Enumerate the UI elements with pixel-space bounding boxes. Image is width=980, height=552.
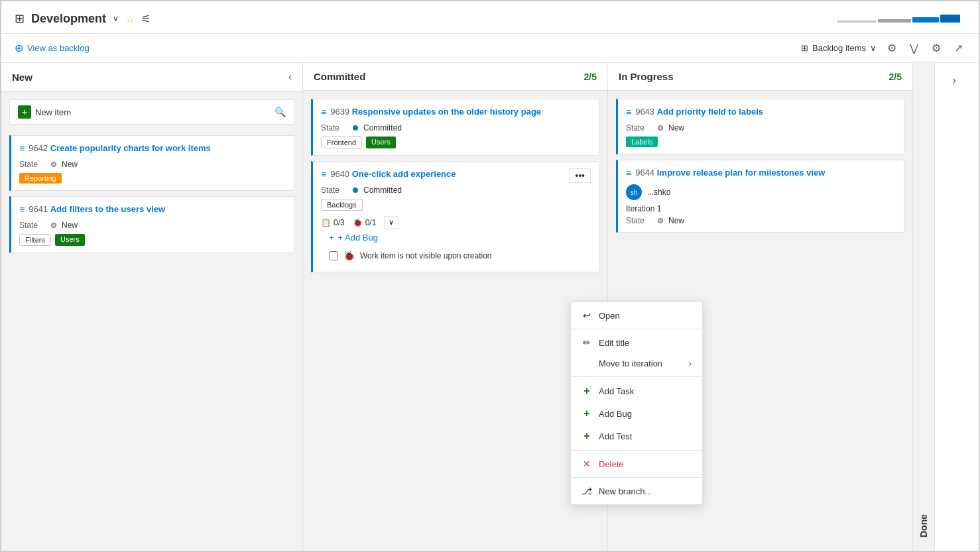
column-inprogress-count: 2/5: [889, 72, 902, 82]
card-9643-state: State New: [626, 123, 896, 133]
menu-divider-4: [571, 477, 702, 478]
subtask-label: Work item is not visible upon creation: [360, 251, 492, 260]
expand-right-button[interactable]: ›: [949, 71, 959, 90]
new-item-row: + New item 🔍: [9, 99, 294, 125]
state-dot-new-3: [658, 125, 663, 131]
card-9639-fields: State Committed: [321, 123, 591, 133]
filter-funnel-icon[interactable]: ⋁: [907, 39, 921, 57]
card-9641-title: 9641 Add filters to the users view: [29, 203, 165, 215]
title-chevron[interactable]: ∨: [113, 14, 119, 23]
card-9639-state: State Committed: [321, 123, 591, 133]
column-committed-count: 2/5: [584, 72, 597, 82]
menu-edit-title[interactable]: ✏ Edit title: [571, 332, 702, 353]
card-9643[interactable]: ≡ 9643 Add priority field to labels Stat…: [616, 99, 904, 154]
tasks-count: 📋 0/3: [321, 218, 345, 227]
menu-delete[interactable]: ✕ Delete: [571, 453, 702, 474]
search-icon[interactable]: 🔍: [275, 107, 286, 117]
work-item-icon: ≡: [19, 143, 25, 154]
card-9640[interactable]: ≡ 9640 One-click add experience ••• Stat…: [311, 161, 599, 272]
card-9643-title: 9643 Add priority field to labels: [635, 106, 763, 118]
add-bug-icon: +: [582, 408, 592, 419]
column-committed-body: ≡ 9639 Responsive updates on the older h…: [303, 91, 607, 551]
view-backlog-button[interactable]: ⊕ View as backlog: [15, 42, 90, 54]
expand-subtasks-button[interactable]: ∨: [384, 216, 398, 229]
card-9642[interactable]: ≡ 9642 Create popularity charts for work…: [9, 135, 294, 191]
backlog-items-button[interactable]: ⊞ Backlog items ∨: [801, 43, 877, 53]
bugs-count: 🐞 0/1: [353, 218, 377, 227]
card-9642-header: ≡ 9642 Create popularity charts for work…: [19, 142, 286, 154]
state-dot-committed-2: [353, 188, 358, 193]
backlog-chevron-icon: ∨: [870, 43, 877, 53]
card-9643-fields: State New: [626, 123, 896, 133]
filter-settings-icon[interactable]: ⚙: [885, 39, 899, 57]
card-9644-header: ≡ 9644 Improve release plan for mileston…: [626, 167, 896, 179]
card-9644-iteration: Iteration 1: [626, 204, 896, 213]
menu-add-test[interactable]: + Add Test: [571, 425, 702, 447]
page-title: Development: [31, 12, 106, 26]
card-9643-header: ≡ 9643 Add priority field to labels: [626, 106, 896, 118]
column-inprogress-title: In Progress: [619, 71, 674, 82]
column-new-collapse[interactable]: ‹: [288, 71, 292, 83]
open-icon: ↩: [582, 310, 592, 321]
column-committed-header: Committed 2/5: [303, 63, 607, 91]
bug-icon: 🐞: [343, 250, 355, 261]
add-bug-button[interactable]: + + Add Bug: [321, 229, 591, 247]
edit-icon: ✏: [582, 337, 592, 348]
context-menu: ↩ Open ✏ Edit title Move to iteration › …: [570, 302, 703, 505]
card-9642-title: 9642 Create popularity charts for work i…: [29, 142, 211, 154]
labels-tag: Labels: [626, 137, 658, 147]
submenu-arrow: ›: [689, 359, 692, 368]
header-logo: [831, 9, 965, 28]
toolbar: ⊕ View as backlog ⊞ Backlog items ∨ ⚙ ⋁ …: [1, 34, 979, 63]
card-9642-fields: State New: [19, 160, 286, 169]
card-9640-state: State Committed: [321, 186, 591, 195]
backlog-arrow-icon: ⊕: [15, 42, 23, 54]
column-new-header: New ‹: [1, 63, 302, 91]
state-dot-new-4: [658, 218, 663, 223]
users-tag: Users: [55, 234, 85, 246]
favorite-icon[interactable]: ☆: [125, 13, 135, 25]
card-9640-fields: State Committed: [321, 186, 591, 195]
expand-icon[interactable]: ↗: [951, 39, 965, 57]
card-9641-tags: Filters Users: [19, 234, 286, 246]
card-9644[interactable]: ≡ 9644 Improve release plan for mileston…: [616, 160, 904, 233]
done-column[interactable]: Done: [913, 63, 935, 551]
menu-open[interactable]: ↩ Open: [571, 305, 702, 326]
card-9639-tags: Frontend Users: [321, 137, 591, 148]
subtask-item: 🐞 Work item is not visible upon creation: [321, 247, 591, 265]
settings-icon[interactable]: ⚙: [929, 39, 944, 57]
card-9640-header: ≡ 9640 One-click add experience: [321, 168, 569, 180]
work-item-icon-2: ≡: [19, 204, 25, 215]
card-context-menu-button[interactable]: •••: [569, 168, 591, 183]
column-new-body: + New item 🔍 ≡ 9642 Create popularity ch…: [1, 91, 302, 551]
menu-move-iteration[interactable]: Move to iteration ›: [571, 353, 702, 374]
card-9642-tags: Reporting: [19, 173, 286, 184]
column-new-title: New: [12, 72, 32, 83]
card-9639[interactable]: ≡ 9639 Responsive updates on the older h…: [311, 99, 599, 156]
new-item-button[interactable]: + New item: [18, 105, 71, 119]
menu-add-bug[interactable]: + Add Bug: [571, 402, 702, 425]
card-9644-state: State New: [626, 216, 896, 225]
add-test-icon: +: [582, 430, 592, 442]
members-icon[interactable]: ⚟: [141, 13, 151, 25]
work-item-icon-4: ≡: [321, 169, 326, 180]
backlogs-tag: Backlogs: [321, 199, 363, 211]
card-9641-header: ≡ 9641 Add filters to the users view: [19, 203, 286, 215]
add-task-icon: +: [582, 385, 592, 397]
card-9643-tags: Labels: [626, 137, 896, 147]
users-tag-2: Users: [366, 137, 396, 148]
card-9641[interactable]: ≡ 9641 Add filters to the users view Sta…: [9, 196, 294, 253]
state-dot-new: [51, 162, 56, 167]
subtask-checkbox[interactable]: [329, 251, 338, 260]
column-inprogress-header: In Progress 2/5: [608, 63, 912, 91]
card-9644-title: 9644 Improve release plan for milestones…: [635, 167, 825, 179]
card-9641-state: State New: [19, 221, 286, 230]
menu-divider-2: [571, 376, 702, 377]
header: ⊞ Development ∨ ☆ ⚟: [1, 1, 979, 34]
work-item-icon-6: ≡: [626, 168, 631, 178]
work-item-icon-3: ≡: [321, 107, 326, 117]
card-9644-assignee: sh ...shko: [626, 184, 896, 200]
plus-box-icon: +: [18, 105, 31, 119]
menu-add-task[interactable]: + Add Task: [571, 380, 702, 402]
menu-new-branch[interactable]: ⎇ New branch...: [571, 480, 702, 502]
